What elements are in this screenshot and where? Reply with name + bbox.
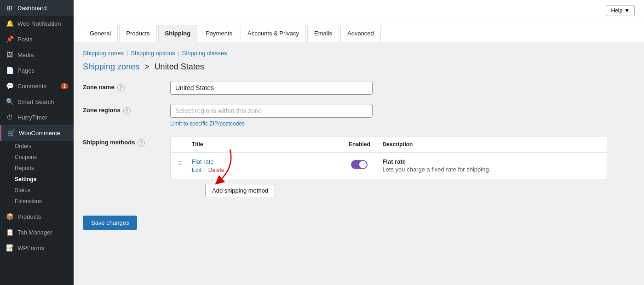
media-icon: 🖼 bbox=[6, 51, 14, 59]
sidebar-label-smart-search: Smart Search bbox=[17, 98, 54, 105]
tab-accounts-privacy[interactable]: Accounts & Privacy bbox=[241, 25, 306, 42]
sidebar-label-media: Media bbox=[17, 51, 34, 58]
breadcrumb-current: United States bbox=[155, 62, 204, 71]
enabled-col-header: Enabled bbox=[336, 141, 382, 148]
sidebar-label-tab-manager: Tab Manager bbox=[17, 229, 52, 236]
drag-col-header bbox=[178, 141, 192, 148]
sidebar-item-smart-search[interactable]: 🔍 Smart Search bbox=[0, 94, 74, 109]
shipping-methods-help-icon[interactable]: ? bbox=[138, 139, 145, 147]
sidebar-subitem-reports[interactable]: Reports bbox=[0, 163, 74, 174]
woocommerce-icon: 🛒 bbox=[7, 129, 15, 137]
sidebar-item-wpforms[interactable]: 📝 WPForms bbox=[0, 240, 74, 256]
tab-manager-icon: 📋 bbox=[6, 228, 14, 236]
help-label: Help bbox=[611, 7, 622, 14]
zone-regions-help-icon[interactable]: ? bbox=[123, 107, 131, 114]
sidebar-item-products[interactable]: 📦 Products bbox=[0, 209, 74, 224]
methods-table-header: Title Enabled Description bbox=[171, 137, 607, 153]
help-button[interactable]: Help ▼ bbox=[606, 5, 635, 16]
tab-emails[interactable]: Emails bbox=[307, 25, 339, 42]
sidebar-label-woocommerce: WooCommerce bbox=[19, 130, 60, 137]
sidebar-item-media[interactable]: 🖼 Media bbox=[0, 47, 74, 63]
zone-regions-input-wrapper: Limit to specific ZIP/postcodes bbox=[170, 104, 373, 127]
sidebar-item-woo-notification[interactable]: 🔔 Woo Notification bbox=[0, 16, 74, 31]
sidebar-label-hurry-timer: HurryTimer bbox=[17, 114, 47, 121]
zone-regions-row: Zone regions ? Limit to specific ZIP/pos… bbox=[83, 104, 635, 127]
zone-regions-input[interactable] bbox=[170, 104, 373, 118]
sidebar-item-pages[interactable]: 📄 Pages bbox=[0, 63, 74, 78]
method-edit-link[interactable]: Edit bbox=[192, 167, 201, 173]
breadcrumb-separator: > bbox=[144, 62, 152, 71]
sidebar-label-woo-notification: Woo Notification bbox=[17, 20, 61, 27]
sidebar-label-posts: Posts bbox=[17, 36, 33, 43]
pages-icon: 📄 bbox=[6, 66, 14, 74]
tabs-bar: General Products Shipping Payments Accou… bbox=[74, 21, 644, 42]
main-content: Help ▼ General Products Shipping Payment… bbox=[74, 0, 644, 285]
subnav-sep1: | bbox=[126, 50, 128, 57]
action-separator: | bbox=[204, 167, 206, 173]
products-icon: 📦 bbox=[6, 212, 14, 221]
shipping-methods-row: Shipping methods ? Title Enabled Descrip… bbox=[83, 136, 635, 197]
dashboard-icon: ⊞ bbox=[6, 4, 14, 12]
tab-advanced[interactable]: Advanced bbox=[340, 25, 381, 42]
method-actions: Edit | Delete bbox=[192, 167, 336, 173]
method-desc-col: Flat rate Lets you charge a fixed rate f… bbox=[382, 158, 599, 173]
description-col-header: Description bbox=[382, 141, 599, 148]
drag-handle[interactable]: ≡ bbox=[178, 158, 192, 167]
sidebar-item-woocommerce[interactable]: 🛒 WooCommerce bbox=[0, 125, 74, 141]
zip-postcodes-link[interactable]: Limit to specific ZIP/postcodes bbox=[170, 120, 373, 127]
help-chevron-icon: ▼ bbox=[624, 7, 630, 14]
subnav-zones[interactable]: Shipping zones bbox=[83, 50, 124, 57]
method-title-col: Flat rate Edit | Delete bbox=[192, 158, 336, 173]
method-enabled-toggle[interactable] bbox=[351, 160, 368, 169]
hurry-timer-icon: ⏱ bbox=[6, 113, 14, 121]
sidebar-item-tab-manager[interactable]: 📋 Tab Manager bbox=[0, 224, 74, 240]
zone-name-help-icon[interactable]: ? bbox=[117, 84, 125, 91]
tab-general[interactable]: General bbox=[83, 25, 118, 42]
sidebar-item-dashboard[interactable]: ⊞ Dashboard bbox=[0, 0, 74, 16]
sidebar-subitem-coupons[interactable]: Coupons bbox=[0, 152, 74, 163]
tab-shipping[interactable]: Shipping bbox=[158, 25, 198, 42]
method-delete-link[interactable]: Delete bbox=[208, 167, 224, 173]
sidebar-label-pages: Pages bbox=[17, 67, 34, 74]
method-desc-title: Flat rate bbox=[382, 158, 599, 165]
sidebar-label-comments: Comments bbox=[17, 83, 46, 90]
content-area: Shipping zones | Shipping options | Ship… bbox=[74, 42, 644, 285]
table-row: ≡ Flat rate Edit | Delete bbox=[171, 153, 607, 179]
shipping-methods-content: Title Enabled Description ≡ Flat rate Ed… bbox=[170, 136, 607, 197]
methods-table: Title Enabled Description ≡ Flat rate Ed… bbox=[170, 136, 607, 179]
zone-name-row: Zone name ? bbox=[83, 81, 635, 95]
subnav-sep2: | bbox=[178, 50, 179, 57]
sidebar: ⊞ Dashboard 🔔 Woo Notification 📌 Posts 🖼… bbox=[0, 0, 74, 285]
posts-icon: 📌 bbox=[6, 35, 14, 43]
sidebar-item-comments[interactable]: 💬 Comments 1 bbox=[0, 78, 74, 94]
toggle-knob bbox=[359, 161, 367, 168]
topbar: Help ▼ bbox=[74, 0, 644, 21]
sidebar-subitem-settings[interactable]: Settings bbox=[0, 174, 74, 185]
breadcrumb-link[interactable]: Shipping zones bbox=[83, 62, 139, 71]
sidebar-subitem-orders[interactable]: Orders bbox=[0, 141, 74, 152]
save-changes-button[interactable]: Save changes bbox=[83, 216, 137, 230]
zone-name-input-wrapper bbox=[170, 81, 373, 95]
zone-name-input[interactable] bbox=[170, 81, 373, 95]
tab-payments[interactable]: Payments bbox=[199, 25, 239, 42]
sidebar-label-dashboard: Dashboard bbox=[17, 5, 47, 11]
method-enabled-col bbox=[336, 158, 382, 169]
add-method-container: Add shipping method bbox=[170, 179, 607, 197]
method-name-link[interactable]: Flat rate bbox=[192, 158, 214, 165]
comments-icon: 💬 bbox=[6, 82, 14, 90]
bell-icon: 🔔 bbox=[6, 19, 14, 28]
sidebar-item-hurry-timer[interactable]: ⏱ HurryTimer bbox=[0, 109, 74, 125]
tab-products[interactable]: Products bbox=[119, 25, 156, 42]
subnav: Shipping zones | Shipping options | Ship… bbox=[83, 50, 635, 57]
subnav-options[interactable]: Shipping options bbox=[131, 50, 175, 57]
add-shipping-method-button[interactable]: Add shipping method bbox=[205, 184, 275, 197]
smart-search-icon: 🔍 bbox=[6, 97, 14, 106]
wpforms-icon: 📝 bbox=[6, 244, 14, 252]
title-col-header: Title bbox=[192, 141, 336, 148]
sidebar-label-products: Products bbox=[17, 213, 41, 220]
sidebar-subitem-status[interactable]: Status bbox=[0, 185, 74, 196]
subnav-classes[interactable]: Shipping classes bbox=[182, 50, 227, 57]
sidebar-item-posts[interactable]: 📌 Posts bbox=[0, 31, 74, 47]
sidebar-subitem-extensions[interactable]: Extensions bbox=[0, 196, 74, 207]
zone-name-label: Zone name ? bbox=[83, 81, 166, 91]
